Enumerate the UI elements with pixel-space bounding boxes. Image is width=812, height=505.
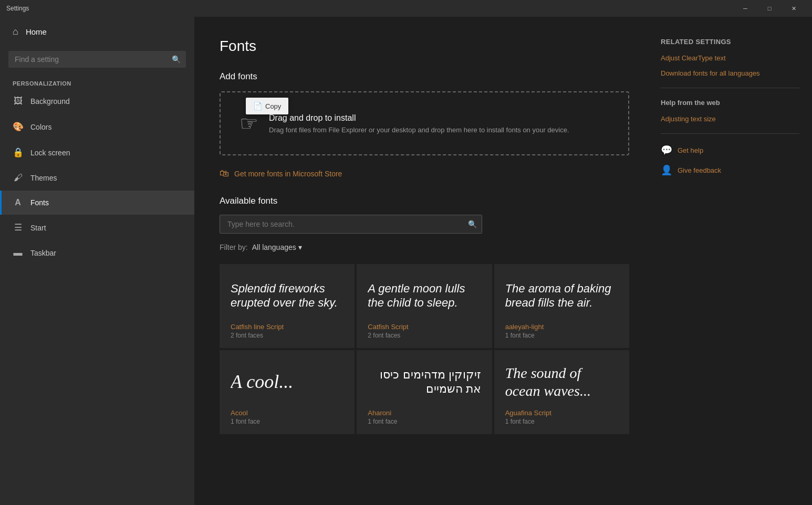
related-settings-title: Related Settings bbox=[661, 38, 799, 46]
sidebar-item-home[interactable]: ⌂ Home bbox=[0, 17, 194, 47]
font-faces-aaleyah: 1 font face bbox=[505, 332, 618, 339]
main-content: Fonts Add fonts 📄 Copy ☞ Drag and drop t… bbox=[194, 17, 654, 505]
font-name-aaleyah: aaleyah-light bbox=[505, 323, 618, 331]
add-fonts-title: Add fonts bbox=[220, 71, 629, 82]
font-name-catfish-script: Catfish Script bbox=[368, 323, 481, 331]
font-preview-aguafina: The sound of ocean waves... bbox=[505, 361, 618, 403]
font-name-catfish-line-script: Catfish line Script bbox=[231, 323, 343, 331]
sidebar-item-background-label: Background bbox=[30, 97, 70, 106]
themes-icon: 🖌 bbox=[13, 173, 23, 183]
search-input[interactable] bbox=[8, 51, 186, 68]
sidebar-item-fonts-label: Fonts bbox=[30, 198, 49, 207]
filter-label: Filter by: bbox=[220, 243, 248, 251]
font-faces-aguafina: 1 font face bbox=[505, 418, 618, 425]
sidebar: ⌂ Home 🔍 Personalization 🖼 Background 🎨 … bbox=[0, 17, 194, 505]
panel-divider-1 bbox=[661, 88, 799, 88]
font-grid: Splendid fireworks erupted over the sky.… bbox=[220, 264, 629, 434]
chevron-down-icon: ▾ bbox=[298, 243, 302, 251]
page-title: Fonts bbox=[220, 38, 629, 55]
get-help-action[interactable]: 💬 Get help bbox=[661, 144, 799, 156]
font-preview-aaleyah: The aroma of baking bread fills the air. bbox=[505, 275, 618, 317]
sidebar-item-start[interactable]: ☰ Start bbox=[0, 215, 194, 240]
sidebar-section-label: Personalization bbox=[0, 76, 194, 89]
window-controls: ─ □ ✕ bbox=[733, 0, 806, 17]
language-filter-dropdown[interactable]: All languages ▾ bbox=[252, 243, 302, 251]
sidebar-item-themes[interactable]: 🖌 Themes bbox=[0, 165, 194, 191]
font-card-acool[interactable]: A cool... Acool 1 font face bbox=[220, 350, 355, 434]
titlebar: Settings ─ □ ✕ bbox=[0, 0, 812, 17]
sidebar-item-lock-screen-label: Lock screen bbox=[30, 149, 70, 157]
adjusting-text-size-link[interactable]: Adjusting text size bbox=[661, 115, 799, 123]
home-label: Home bbox=[26, 27, 47, 36]
sidebar-item-themes-label: Themes bbox=[30, 174, 57, 182]
sidebar-item-colors-label: Colors bbox=[30, 123, 51, 131]
drop-description: Drag font files from File Explorer or yo… bbox=[269, 126, 569, 134]
drop-title: Drag and drop to install bbox=[269, 113, 569, 123]
font-faces-acool: 1 font face bbox=[231, 418, 343, 425]
background-icon: 🖼 bbox=[13, 96, 23, 107]
font-search-container: 🔍 bbox=[220, 215, 629, 234]
sidebar-item-fonts[interactable]: A Fonts bbox=[0, 191, 194, 215]
font-preview-aharoni: זיקוקין מדהימים כיסו את השמיים bbox=[368, 361, 481, 403]
available-fonts-title: Available fonts bbox=[220, 196, 629, 206]
sidebar-item-taskbar-label: Taskbar bbox=[30, 249, 56, 257]
app-title: Settings bbox=[6, 5, 733, 12]
app-body: ⌂ Home 🔍 Personalization 🖼 Background 🎨 … bbox=[0, 17, 812, 505]
font-preview-catfish-script: A gentle moon lulls the child to sleep. bbox=[368, 275, 481, 317]
sidebar-item-colors[interactable]: 🎨 Colors bbox=[0, 114, 194, 140]
drop-text: Drag and drop to install Drag font files… bbox=[269, 113, 569, 134]
give-feedback-action[interactable]: 👤 Give feedback bbox=[661, 164, 799, 176]
font-faces-catfish-line-script: 2 font faces bbox=[231, 332, 343, 339]
give-feedback-label: Give feedback bbox=[678, 166, 721, 174]
font-name-aharoni: Aharoni bbox=[368, 409, 481, 417]
font-name-acool: Acool bbox=[231, 409, 343, 417]
lock-screen-icon: 🔒 bbox=[13, 147, 23, 158]
font-preview-acool: A cool... bbox=[231, 361, 343, 403]
font-faces-catfish-script: 2 font faces bbox=[368, 332, 481, 339]
sidebar-item-lock-screen[interactable]: 🔒 Lock screen bbox=[0, 140, 194, 165]
store-icon: 🛍 bbox=[220, 168, 229, 179]
font-card-aguafina[interactable]: The sound of ocean waves... Aguafina Scr… bbox=[494, 350, 629, 434]
help-title: Help from the web bbox=[661, 99, 799, 107]
start-icon: ☰ bbox=[13, 222, 23, 233]
search-icon: 🔍 bbox=[172, 55, 181, 64]
font-faces-aharoni: 1 font face bbox=[368, 418, 481, 425]
get-help-icon: 💬 bbox=[661, 144, 672, 156]
copy-tooltip: 📄 Copy bbox=[246, 98, 288, 114]
font-search-input[interactable] bbox=[220, 215, 482, 234]
filter-row: Filter by: All languages ▾ bbox=[220, 243, 629, 251]
give-feedback-icon: 👤 bbox=[661, 164, 672, 176]
download-fonts-link[interactable]: Download fonts for all languages bbox=[661, 69, 799, 77]
font-preview-catfish-line-script: Splendid fireworks erupted over the sky. bbox=[231, 275, 343, 317]
drag-cursor-icon: ☞ bbox=[240, 111, 258, 135]
close-button[interactable]: ✕ bbox=[782, 0, 806, 17]
fonts-icon: A bbox=[13, 198, 23, 207]
sidebar-item-taskbar[interactable]: ▬ Taskbar bbox=[0, 240, 194, 266]
store-link[interactable]: 🛍 Get more fonts in Microsoft Store bbox=[220, 168, 629, 179]
right-panel: Related Settings Adjust ClearType text D… bbox=[654, 17, 812, 505]
maximize-button[interactable]: □ bbox=[757, 0, 782, 17]
sidebar-item-background[interactable]: 🖼 Background bbox=[0, 89, 194, 114]
home-icon: ⌂ bbox=[13, 26, 18, 37]
colors-icon: 🎨 bbox=[13, 121, 23, 132]
taskbar-icon: ▬ bbox=[13, 248, 23, 258]
store-link-label: Get more fonts in Microsoft Store bbox=[234, 170, 342, 178]
copy-label: Copy bbox=[265, 102, 281, 110]
font-card-catfish-line-script[interactable]: Splendid fireworks erupted over the sky.… bbox=[220, 264, 355, 348]
font-card-aharoni[interactable]: זיקוקין מדהימים כיסו את השמיים Aharoni 1… bbox=[357, 350, 492, 434]
font-name-aguafina: Aguafina Script bbox=[505, 409, 618, 417]
font-card-catfish-script[interactable]: A gentle moon lulls the child to sleep. … bbox=[357, 264, 492, 348]
sidebar-item-start-label: Start bbox=[30, 224, 46, 232]
minimize-button[interactable]: ─ bbox=[733, 0, 757, 17]
font-drop-zone[interactable]: 📄 Copy ☞ Drag and drop to install Drag f… bbox=[220, 91, 629, 155]
cleartype-link[interactable]: Adjust ClearType text bbox=[661, 54, 799, 62]
get-help-label: Get help bbox=[678, 146, 703, 154]
filter-value: All languages bbox=[252, 243, 296, 251]
search-container: 🔍 bbox=[8, 51, 186, 68]
font-search-icon: 🔍 bbox=[468, 220, 477, 228]
copy-icon: 📄 bbox=[253, 102, 262, 110]
panel-divider-2 bbox=[661, 133, 799, 134]
font-card-aaleyah[interactable]: The aroma of baking bread fills the air.… bbox=[494, 264, 629, 348]
